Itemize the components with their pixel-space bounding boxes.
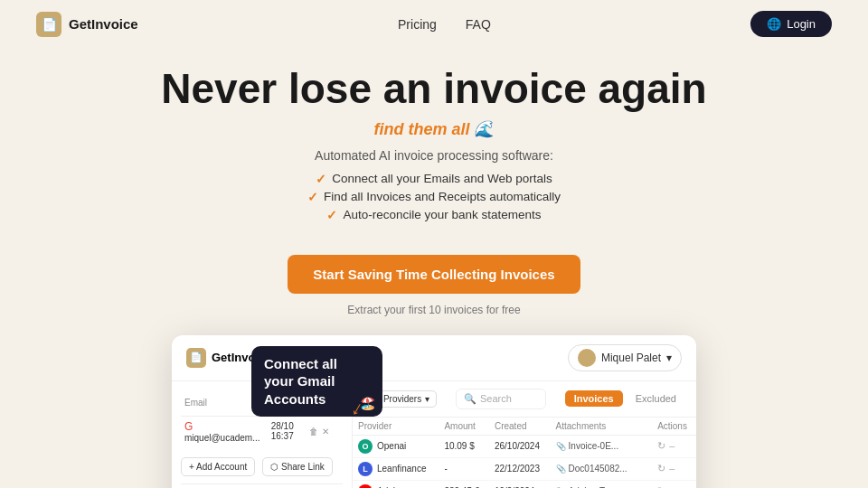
created-col-header: Created bbox=[489, 418, 551, 436]
created-cell: 26/10/2024 bbox=[489, 435, 551, 457]
provider-icon: L bbox=[358, 462, 373, 476]
app-logo-icon: 📄 bbox=[186, 348, 206, 368]
table-row: L Leanfinance - 22/12/2023 📎 Doc0145082.… bbox=[353, 457, 696, 480]
login-label: Login bbox=[787, 17, 816, 31]
attachments-col-header: Attachments bbox=[551, 418, 653, 436]
check-icon-1: ✓ bbox=[316, 172, 326, 186]
pricing-link[interactable]: Pricing bbox=[398, 17, 437, 32]
provider-icon: A bbox=[358, 484, 373, 488]
provider-col-header: Provider bbox=[353, 418, 439, 436]
chevron-down-icon: ▾ bbox=[666, 352, 672, 364]
cta-subtext: Extract your first 10 invoices for free bbox=[347, 304, 520, 316]
feature-item-1: ✓ Connect all your Emails and Web portal… bbox=[36, 172, 832, 186]
attach-icon: 📎 bbox=[556, 442, 566, 451]
feature-item-2: ✓ Find all Invoices and Receipts automat… bbox=[36, 190, 832, 204]
hero-title: Never lose an invoice again bbox=[36, 66, 832, 112]
invoices-table: Provider Amount Created Attachments Acti… bbox=[353, 418, 696, 488]
amount-cell: - bbox=[439, 457, 489, 480]
last-scan-cell: 28/10 16:37 bbox=[268, 416, 307, 446]
login-button[interactable]: 🌐 Login bbox=[750, 11, 832, 37]
tab-excluded[interactable]: Excluded bbox=[627, 390, 685, 407]
user-info[interactable]: Miquel Palet ▾ bbox=[568, 344, 682, 371]
logo-text: GetInvoice bbox=[69, 16, 138, 32]
logo: 📄 GetInvoice bbox=[36, 12, 138, 37]
avatar bbox=[578, 349, 596, 367]
actions-col-header: Actions bbox=[652, 418, 696, 436]
delete-icon[interactable]: 🗑 bbox=[309, 427, 318, 436]
action-icons: 🗑 ✕ bbox=[309, 427, 339, 436]
check-icon-3: ✓ bbox=[326, 208, 337, 222]
search-icon: 🔍 bbox=[464, 393, 476, 405]
attachment-name: Invoice-0E... bbox=[569, 441, 619, 451]
add-account-button[interactable]: + Add Account bbox=[181, 457, 255, 476]
amount-cell: 280.45 € bbox=[439, 480, 489, 488]
amount-cell: 10.09 $ bbox=[439, 435, 489, 457]
hero-subtitle: Automated AI invoice processing software… bbox=[36, 148, 832, 163]
tab-invoices[interactable]: Invoices bbox=[565, 390, 623, 407]
table-row: A Adobe 280.45 € 19/2/2024 📎 Adobe_Tran.… bbox=[353, 480, 696, 488]
hero-tagline: find them all 🌊 bbox=[36, 119, 832, 139]
feature-item-3: ✓ Auto-reconcile your bank statements bbox=[36, 208, 832, 222]
created-cell: 19/2/2024 bbox=[489, 480, 551, 488]
gmail-icon: G bbox=[184, 420, 193, 433]
email-cell: miquel@ucadem... bbox=[184, 433, 260, 443]
close-icon[interactable]: ✕ bbox=[322, 427, 329, 436]
app-body: Email Last Scan Actions G miquel@ucadem.… bbox=[172, 381, 696, 488]
attach-icon: 📎 bbox=[556, 465, 566, 474]
provider-icon: O bbox=[358, 439, 373, 454]
created-cell: 22/12/2023 bbox=[489, 457, 551, 480]
tooltip-text: Connect all your Gmail Accounts bbox=[264, 356, 337, 407]
refresh-icon[interactable]: ↻ bbox=[657, 463, 665, 474]
chevron-down-icon2: ▾ bbox=[425, 394, 429, 404]
remove-icon[interactable]: – bbox=[669, 440, 675, 452]
feature-list: ✓ Connect all your Emails and Web portal… bbox=[36, 172, 832, 222]
right-panel: All Providers ▾ 🔍 Search Invoices Exclud… bbox=[353, 381, 696, 488]
table-row: O Openai 10.09 $ 26/10/2024 📎 Invoice-0E… bbox=[353, 435, 696, 457]
share-link-button[interactable]: ⬡ Share Link bbox=[262, 457, 333, 476]
provider-name: Openai bbox=[377, 441, 406, 451]
refresh-icon[interactable]: ↻ bbox=[657, 440, 665, 452]
globe-icon: 🌐 bbox=[767, 17, 781, 31]
attachment-name: Doc0145082... bbox=[569, 464, 627, 474]
tab-group: Invoices Excluded bbox=[565, 390, 685, 407]
table-row: G miquel@ucadem... 28/10 16:37 🗑 ✕ bbox=[181, 416, 343, 446]
faq-link[interactable]: FAQ bbox=[466, 17, 491, 32]
search-box[interactable]: 🔍 Search bbox=[456, 389, 546, 409]
amount-col-header: Amount bbox=[439, 418, 489, 436]
preview-wrapper: Connect all your Gmail Accounts ↓ 📄 GetI… bbox=[0, 326, 868, 488]
app-preview: Connect all your Gmail Accounts ↓ 📄 GetI… bbox=[172, 335, 696, 488]
navbar: 📄 GetInvoice Pricing FAQ 🌐 Login bbox=[0, 0, 868, 48]
provider-name: Leanfinance bbox=[377, 464, 427, 474]
search-placeholder: Search bbox=[480, 393, 512, 404]
remove-icon[interactable]: – bbox=[669, 463, 675, 474]
logo-icon: 📄 bbox=[36, 12, 61, 37]
right-toolbar: All Providers ▾ 🔍 Search Invoices Exclud… bbox=[353, 381, 696, 418]
check-icon-2: ✓ bbox=[307, 190, 318, 204]
cta-button[interactable]: Start Saving Time Collecting Invoices bbox=[288, 255, 580, 294]
nav-links: Pricing FAQ bbox=[398, 17, 491, 32]
app-navbar: 📄 GetInvoice Miquel Palet ▾ bbox=[172, 335, 696, 381]
hero-section: Never lose an invoice again find them al… bbox=[0, 48, 868, 326]
username: Miquel Palet bbox=[601, 352, 661, 364]
